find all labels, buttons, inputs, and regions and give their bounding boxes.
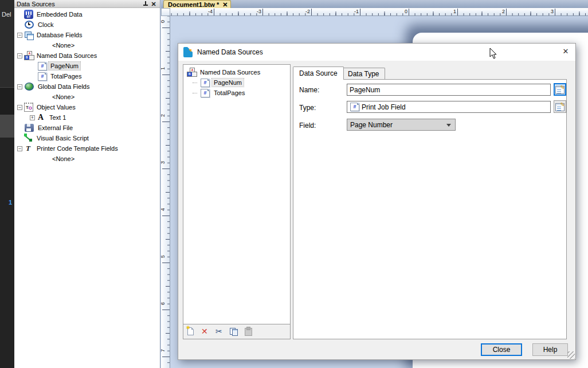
clock-icon (25, 21, 34, 29)
ruler-label: 0 (398, 9, 407, 14)
globe-icon (25, 83, 34, 91)
tree-item-label: TotalPages (49, 72, 83, 80)
page-field-icon (201, 89, 210, 97)
strip-highlight-block (0, 115, 14, 138)
ruler-label: 6 (161, 301, 170, 307)
tree-item-label: <None> (50, 41, 76, 49)
dialog-tree: Named Data SourcesPageNumTotalPages (183, 65, 290, 98)
expand-toggle[interactable]: − (17, 146, 22, 151)
expand-toggle[interactable]: − (17, 33, 22, 38)
type-value-box[interactable]: Print Job Field (347, 101, 551, 113)
data-sources-tree: Embedded DataClock−Database Fields<None>… (14, 8, 160, 164)
copy-icon (229, 327, 238, 336)
dialog-close-button[interactable]: ✕ (556, 44, 575, 58)
delete-source-button[interactable] (201, 327, 211, 337)
name-input[interactable] (347, 84, 551, 96)
sidebar-item-none[interactable]: <None> (14, 154, 160, 164)
sidebar-item-text-1[interactable]: +Text 1 (14, 112, 160, 123)
tree-item-label: PageNum (49, 62, 80, 70)
sidebar-item-external-file[interactable]: External File (14, 123, 160, 133)
panel-close-button[interactable]: ✕ (150, 1, 158, 7)
tree-item-label: Database Fields (35, 31, 84, 39)
sidebar-item-global-data-fields[interactable]: −Global Data Fields (14, 81, 160, 92)
sidebar-item-visual-basic-script[interactable]: Visual Basic Script (14, 133, 160, 143)
document-tab-bar: Document1.btw * ✕ (161, 0, 588, 8)
abc-blocks-icon (24, 51, 33, 60)
tree-connector (193, 83, 197, 83)
dialog-title: Named Data Sources (197, 48, 263, 56)
expand-toggle[interactable]: + (30, 115, 35, 120)
tree-item-label: <None> (50, 155, 76, 163)
sidebar-item-clock[interactable]: Clock (14, 19, 160, 30)
sidebar-item-none[interactable]: <None> (14, 92, 160, 102)
tree-item-label: TotalPages (212, 89, 246, 97)
expand-toggle[interactable]: − (17, 105, 22, 110)
edit-record-icon (555, 103, 565, 111)
cut-button[interactable] (215, 327, 225, 337)
strip-segment (0, 87, 14, 115)
tree-item-label: Named Data Sources (35, 52, 99, 60)
paste-button (244, 327, 254, 337)
tab-label: Data Type (348, 70, 379, 78)
pin-button[interactable] (142, 1, 150, 7)
help-button[interactable]: Help (532, 343, 568, 356)
sidebar-item-embedded-data[interactable]: Embedded Data (14, 9, 160, 19)
ruler-label: 7 (161, 348, 170, 354)
ruler-label: -4 (203, 9, 213, 14)
sidebar-item-object-values[interactable]: −Object Values (14, 102, 160, 112)
tree-item-label: Clock (36, 21, 56, 29)
copy-button[interactable] (229, 327, 240, 337)
data-sources-panel: Data Sources ✕ Embedded DataClock−Databa… (14, 0, 160, 368)
dialog-tree-toolbar (183, 324, 290, 339)
tree-item-label: Embedded Data (35, 10, 84, 18)
ruler-label: 1 (161, 66, 170, 72)
ruler-label: 3 (161, 160, 170, 166)
edit-record-icon (555, 86, 565, 94)
sidebar-item-database-fields[interactable]: −Database Fields (14, 30, 160, 40)
resize-grip[interactable] (567, 351, 575, 359)
tree-connector (193, 93, 197, 93)
field-value: Page Number (350, 121, 393, 129)
ruler-ticks-major (170, 9, 588, 15)
sidebar-item-pagenum[interactable]: PageNum (14, 61, 160, 71)
horizontal-ruler: -4-3-2-10123 (170, 8, 588, 16)
tree-item-label: Named Data Sources (198, 68, 262, 76)
sidebar-item-totalpages[interactable]: TotalPages (14, 71, 160, 81)
expand-toggle[interactable]: − (17, 53, 22, 58)
chevron-down-icon (446, 124, 451, 127)
sidebar-item-printer-code-template-fields[interactable]: −Printer Code Template Fields (14, 143, 160, 154)
tab-document1[interactable]: Document1.btw * ✕ (163, 0, 231, 8)
panel-title: Data Sources (17, 1, 142, 7)
abc-blocks-icon (187, 68, 196, 77)
expand-toggle[interactable]: − (17, 84, 22, 89)
field-label: Field: (299, 122, 316, 130)
close-button[interactable]: Close (481, 343, 522, 356)
tab-close-icon[interactable]: ✕ (222, 2, 228, 7)
sidebar-item-none[interactable]: <None> (14, 40, 160, 50)
pin-icon (143, 1, 148, 7)
tab-data-type[interactable]: Data Type (342, 68, 385, 79)
sidebar-item-named-data-sources[interactable]: −Named Data Sources (14, 50, 160, 61)
new-source-icon (187, 327, 194, 335)
script-t-icon (24, 144, 33, 153)
dialog-tree-item-pagenum[interactable]: PageNum (185, 77, 290, 88)
tree-item-label: Object Values (35, 103, 77, 111)
ruler-label: -2 (300, 9, 310, 14)
dialog-tree-root[interactable]: Named Data Sources (185, 67, 290, 77)
edit-type-button[interactable] (554, 100, 566, 113)
new-source-button[interactable] (186, 327, 197, 337)
ruler-label: 2 (161, 113, 170, 119)
object-values-icon (24, 103, 33, 112)
bartender-logo-icon (183, 47, 193, 57)
dialog-titlebar[interactable]: Named Data Sources (178, 44, 575, 61)
tab-label: Document1.btw * (168, 1, 219, 8)
vb-script-icon (24, 134, 33, 143)
database-fields-icon (24, 30, 33, 40)
data-source-tab-panel: Name: Type: Print Job Field Field: Page … (293, 79, 567, 339)
panel-header: Data Sources ✕ (14, 0, 160, 8)
field-dropdown[interactable]: Page Number (347, 119, 456, 131)
tab-data-source[interactable]: Data Source (293, 66, 344, 80)
dialog-tree-item-totalpages[interactable]: TotalPages (185, 88, 290, 98)
ruler-corner (161, 8, 170, 16)
edit-name-button[interactable] (554, 83, 566, 96)
